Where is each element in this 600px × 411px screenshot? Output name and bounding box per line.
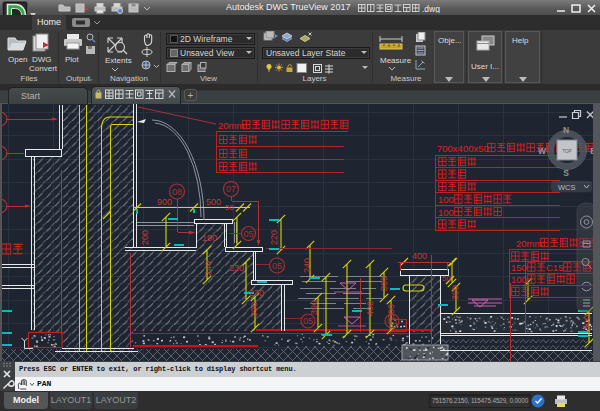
svg-text:200: 200: [140, 230, 150, 245]
svg-text:Open: Open: [8, 55, 28, 64]
svg-text:190: 190: [202, 233, 217, 243]
svg-text:05: 05: [272, 261, 282, 271]
svg-text:100: 100: [438, 194, 454, 205]
svg-text:WCS: WCS: [558, 183, 576, 192]
svg-text:20mm: 20mm: [218, 120, 244, 131]
svg-text:240: 240: [203, 261, 213, 276]
svg-text:230: 230: [249, 288, 264, 298]
svg-text:W: W: [538, 146, 547, 156]
svg-text:700x400x50: 700x400x50: [437, 143, 489, 154]
svg-text:400: 400: [365, 301, 375, 316]
svg-text:400: 400: [412, 251, 427, 261]
svg-text:100: 100: [438, 207, 454, 218]
svg-text:07: 07: [226, 184, 236, 194]
svg-text:Plot: Plot: [65, 55, 80, 64]
svg-text:390: 390: [309, 300, 319, 315]
svg-text:DWG: DWG: [32, 55, 52, 64]
svg-text:Convert: Convert: [29, 64, 58, 73]
svg-text:50: 50: [442, 274, 451, 283]
svg-text:300: 300: [386, 304, 396, 319]
svg-text:300: 300: [582, 315, 592, 330]
svg-text:390: 390: [249, 302, 259, 317]
svg-text:05: 05: [243, 229, 253, 239]
svg-text:Extents: Extents: [105, 56, 132, 65]
svg-text:C15: C15: [546, 262, 563, 273]
svg-text:08: 08: [172, 187, 182, 197]
svg-text:300: 300: [450, 285, 460, 300]
svg-text:.dwg: .dwg: [422, 4, 440, 14]
svg-text:230: 230: [229, 263, 244, 273]
svg-text:TOP: TOP: [562, 149, 571, 154]
svg-text:S: S: [563, 168, 569, 178]
svg-text:300: 300: [379, 276, 389, 291]
svg-text:240: 240: [302, 258, 312, 273]
svg-text:Measure: Measure: [380, 56, 412, 65]
svg-text:220: 220: [269, 230, 279, 245]
svg-text:150: 150: [511, 262, 527, 273]
svg-text:20mm: 20mm: [516, 238, 542, 249]
svg-text:05: 05: [303, 316, 313, 326]
svg-text:900: 900: [157, 197, 172, 207]
svg-text:N: N: [563, 125, 569, 135]
svg-text:500: 500: [206, 197, 221, 207]
svg-text:100: 100: [511, 274, 527, 285]
svg-text:50: 50: [225, 203, 234, 212]
